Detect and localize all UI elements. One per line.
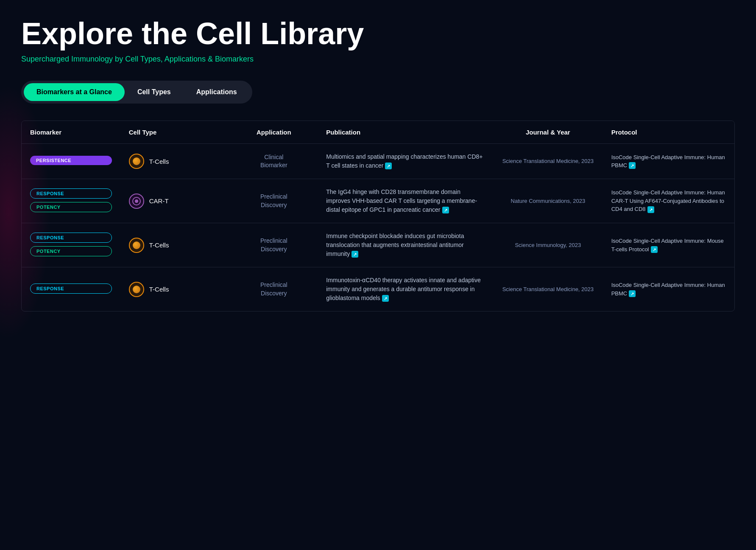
cart-icon (129, 194, 144, 209)
journal-cell: Nature Communications, 2023 (493, 179, 603, 223)
protocol-link-icon[interactable] (629, 162, 636, 169)
celltype-label: T-Cells (149, 286, 169, 293)
tcell-icon (129, 282, 144, 297)
publication-text: Immune checkpoint blockade induces gut m… (326, 233, 464, 257)
col-header-application: Application (230, 121, 318, 144)
publication-cell: Immune checkpoint blockade induces gut m… (318, 223, 493, 267)
tcell-icon (129, 238, 144, 253)
celltype-cell: CAR-T (120, 179, 230, 223)
protocol-text: IsoCode Single-Cell Adaptive Immune: Hum… (611, 189, 725, 212)
table-row: PERSISTENCET-CellsClinicalBiomarkerMulti… (22, 144, 734, 179)
publication-text: Immunotoxin-αCD40 therapy activates inna… (326, 277, 481, 301)
page-title: Explore the Cell Library (21, 17, 735, 51)
biomarker-badge[interactable]: PERSISTENCE (30, 156, 112, 165)
data-table: Biomarker Cell Type Application Publicat… (21, 121, 735, 311)
publication-link-icon[interactable] (351, 251, 358, 258)
biomarker-badge[interactable]: POTENCY (30, 202, 112, 212)
protocol-cell: IsoCode Single-Cell Adaptive Immune: Mou… (603, 223, 734, 267)
tab-applications[interactable]: Applications (184, 83, 250, 101)
journal-text: Science Translational Medicine, 2023 (502, 286, 594, 292)
table-row: RESPONSEPOTENCYT-CellsPreclinicalDiscove… (22, 223, 734, 267)
journal-cell: Science Translational Medicine, 2023 (493, 267, 603, 311)
protocol-text: IsoCode Single-Cell Adaptive Immune: Mou… (611, 238, 724, 253)
biomarker-cell: RESPONSE (22, 267, 120, 311)
celltype-cell: T-Cells (120, 144, 230, 179)
protocol-link-icon[interactable] (629, 290, 636, 297)
journal-text: Nature Communications, 2023 (511, 198, 586, 204)
col-header-biomarker: Biomarker (22, 121, 120, 144)
celltype-label: T-Cells (149, 158, 169, 165)
col-header-publication: Publication (318, 121, 493, 144)
publication-cell: Multiomics and spatial mapping character… (318, 144, 493, 179)
application-text: ClinicalBiomarker (260, 154, 287, 169)
publication-link-icon[interactable] (442, 207, 449, 213)
celltype-cell: T-Cells (120, 223, 230, 267)
protocol-link-icon[interactable] (647, 206, 654, 213)
biomarker-cell: RESPONSEPOTENCY (22, 223, 120, 267)
biomarker-badge[interactable]: RESPONSE (30, 283, 112, 294)
tab-biomarkers[interactable]: Biomarkers at a Glance (24, 83, 125, 101)
col-header-protocol: Protocol (603, 121, 734, 144)
application-cell: PreclinicalDiscovery (230, 267, 318, 311)
biomarker-badge[interactable]: RESPONSE (30, 188, 112, 199)
publication-cell: Immunotoxin-αCD40 therapy activates inna… (318, 267, 493, 311)
celltype-label: CAR-T (149, 197, 169, 205)
col-header-celltype: Cell Type (120, 121, 230, 144)
publication-text: The IgG4 hinge with CD28 transmembrane d… (326, 188, 477, 213)
protocol-text: IsoCode Single-Cell Adaptive Immune: Hum… (611, 154, 725, 169)
publication-cell: The IgG4 hinge with CD28 transmembrane d… (318, 179, 493, 223)
table-row: RESPONSET-CellsPreclinicalDiscoveryImmun… (22, 267, 734, 311)
protocol-text: IsoCode Single-Cell Adaptive Immune: Hum… (611, 282, 725, 297)
journal-cell: Science Translational Medicine, 2023 (493, 144, 603, 179)
journal-text: Science Translational Medicine, 2023 (502, 158, 594, 164)
journal-text: Science Immunology, 2023 (515, 242, 581, 248)
tab-bar: Biomarkers at a Glance Cell Types Applic… (21, 81, 252, 104)
protocol-cell: IsoCode Single-Cell Adaptive Immune: Hum… (603, 179, 734, 223)
application-cell: ClinicalBiomarker (230, 144, 318, 179)
application-cell: PreclinicalDiscovery (230, 223, 318, 267)
application-text: PreclinicalDiscovery (260, 237, 287, 253)
protocol-cell: IsoCode Single-Cell Adaptive Immune: Hum… (603, 144, 734, 179)
tcell-icon (129, 154, 144, 169)
publication-text: Multiomics and spatial mapping character… (326, 153, 483, 169)
journal-cell: Science Immunology, 2023 (493, 223, 603, 267)
biomarker-cell: PERSISTENCE (22, 144, 120, 179)
page-subtitle: Supercharged Immunology by Cell Types, A… (21, 55, 735, 64)
celltype-cell: T-Cells (120, 267, 230, 311)
protocol-cell: IsoCode Single-Cell Adaptive Immune: Hum… (603, 267, 734, 311)
application-text: PreclinicalDiscovery (260, 193, 287, 208)
biomarker-badge[interactable]: RESPONSE (30, 233, 112, 243)
table-header-row: Biomarker Cell Type Application Publicat… (22, 121, 734, 144)
celltype-label: T-Cells (149, 241, 169, 249)
tab-celltypes[interactable]: Cell Types (125, 83, 184, 101)
publication-link-icon[interactable] (382, 295, 389, 302)
col-header-journal: Journal & Year (493, 121, 603, 144)
biomarker-cell: RESPONSEPOTENCY (22, 179, 120, 223)
application-cell: PreclinicalDiscovery (230, 179, 318, 223)
publication-link-icon[interactable] (385, 163, 392, 169)
table-row: RESPONSEPOTENCYCAR-TPreclinicalDiscovery… (22, 179, 734, 223)
biomarker-badge[interactable]: POTENCY (30, 246, 112, 256)
protocol-link-icon[interactable] (651, 246, 658, 253)
application-text: PreclinicalDiscovery (260, 281, 287, 297)
